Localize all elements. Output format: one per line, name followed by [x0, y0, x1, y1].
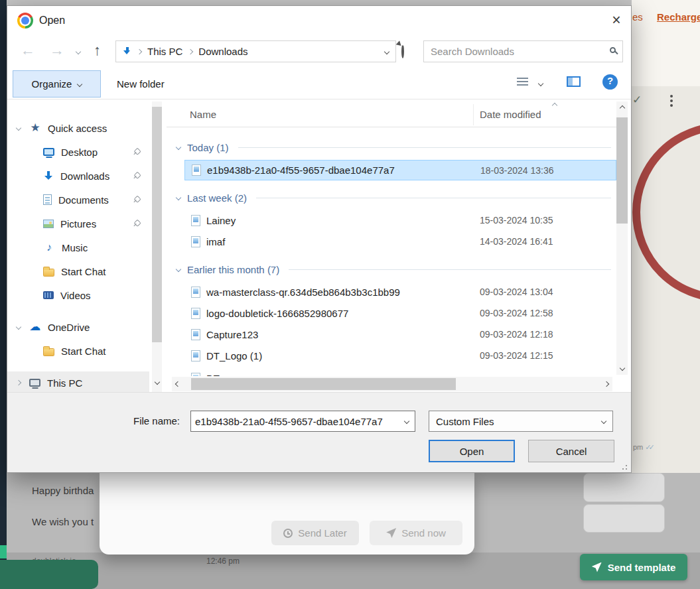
forward-icon[interactable]: →: [50, 42, 64, 59]
sidebar-scrollbar[interactable]: [152, 101, 162, 392]
file-row[interactable]: imaf14-03-2024 16:41: [184, 231, 616, 252]
address-dropdown-icon[interactable]: [384, 48, 389, 54]
breadcrumb-separator-icon: [137, 48, 142, 54]
send-now-button[interactable]: Send now: [370, 521, 462, 545]
scroll-left-button[interactable]: [172, 377, 184, 391]
address-bar[interactable]: This PC Downloads: [115, 40, 396, 62]
list-vertical-scrollbar[interactable]: [616, 101, 628, 375]
file-name-input[interactable]: [191, 416, 399, 427]
sidebar-item-label: Desktop: [61, 147, 98, 158]
sidebar-item-onedrive[interactable]: ☁OneDrive: [7, 316, 149, 338]
up-icon[interactable]: ↑: [94, 42, 101, 59]
list-horizontal-scrollbar[interactable]: [172, 377, 612, 391]
close-icon[interactable]: ×: [604, 10, 628, 30]
scroll-down-button[interactable]: [616, 361, 628, 375]
scrollbar-thumb[interactable]: [616, 117, 628, 224]
sidebar-item-quick-access[interactable]: ★Quick access: [7, 117, 149, 139]
file-row[interactable]: e1b9438b-21a0-4f55-9657-dbae104e77a718-0…: [184, 160, 616, 180]
pin-icon: [131, 170, 142, 182]
search-input[interactable]: [431, 46, 604, 57]
sidebar-item-start-chat[interactable]: Start Chat: [7, 260, 149, 283]
sidebar-item-music[interactable]: ♪Music: [7, 236, 149, 259]
file-icon: [192, 164, 201, 176]
truncated-topbar-text: es: [632, 11, 643, 23]
breadcrumb-this-pc[interactable]: This PC: [147, 46, 182, 57]
sidebar-item-desktop[interactable]: Desktop: [7, 141, 149, 163]
preview-pane-icon[interactable]: [567, 76, 581, 87]
group-label: Last week (2): [187, 192, 247, 204]
group-header[interactable]: Today (1): [176, 137, 611, 157]
organize-button[interactable]: Organize: [13, 70, 101, 98]
view-dropdown-icon[interactable]: [538, 81, 543, 86]
sidebar-item-videos[interactable]: Videos: [7, 284, 149, 306]
change-view-icon[interactable]: [517, 78, 528, 86]
file-type-select[interactable]: Custom Files: [429, 411, 613, 432]
sidebar-item-start-chat[interactable]: Start Chat: [7, 340, 149, 362]
file-name-combobox[interactable]: [190, 411, 415, 432]
cancel-button[interactable]: Cancel: [528, 440, 614, 462]
column-header-name[interactable]: Name: [190, 109, 216, 120]
back-icon[interactable]: ←: [21, 42, 35, 59]
file-date-modified: 09-03-2024 12:58: [480, 308, 553, 318]
open-file-dialog: Open × ← → ↑ This PC Downloads Organize …: [7, 5, 632, 473]
scrollbar-thumb[interactable]: [152, 107, 162, 342]
header-underline: [167, 127, 616, 127]
file-row[interactable]: wa-masterclass-qr.634d5eb864b3b3c1bb9909…: [184, 282, 616, 302]
search-box[interactable]: [423, 40, 623, 62]
history-dropdown-icon[interactable]: [76, 49, 81, 54]
group-collapse-chevron-icon[interactable]: [176, 195, 181, 200]
refresh-icon[interactable]: [401, 46, 413, 58]
send-template-label: Send template: [608, 562, 676, 573]
send-later-button[interactable]: Send Later: [271, 521, 359, 545]
group-collapse-chevron-icon[interactable]: [176, 267, 181, 272]
send-template-button[interactable]: Send template: [580, 554, 687, 580]
sidebar-item-this-pc[interactable]: This PC: [7, 371, 149, 392]
breadcrumb-downloads[interactable]: Downloads: [198, 46, 247, 57]
scroll-down-button[interactable]: [152, 373, 162, 391]
kebab-menu-icon[interactable]: [670, 95, 673, 98]
resize-grip[interactable]: [619, 462, 627, 470]
file-row[interactable]: logo-doubletick-166685298067709-03-2024 …: [184, 303, 616, 324]
sidebar-item-downloads[interactable]: Downloads: [7, 164, 149, 187]
new-chat-button-fragment[interactable]: [0, 560, 98, 589]
group-collapse-chevron-icon[interactable]: [176, 145, 181, 150]
scroll-up-button[interactable]: [616, 101, 628, 115]
sidebar-item-label: Start Chat: [61, 346, 106, 357]
help-icon[interactable]: [602, 74, 618, 90]
organize-label: Organize: [32, 78, 72, 90]
template-quick-reply-button[interactable]: [583, 473, 665, 502]
tree-expanded-chevron-icon[interactable]: [16, 324, 21, 330]
group-header[interactable]: Last week (2): [176, 188, 611, 208]
file-date-modified: 09-03-2024 12:15: [480, 350, 553, 361]
downloads-folder-icon: [123, 47, 131, 56]
file-row[interactable]: DT_Logo (1)09-03-2024 12:15: [184, 346, 616, 366]
sidebar-item-pictures[interactable]: Pictures: [7, 212, 149, 235]
file-row[interactable]: DT: [184, 368, 616, 376]
file-name: DT: [206, 373, 220, 376]
file-row[interactable]: Capture12309-03-2024 12:18: [184, 324, 616, 345]
sidebar-item-documents[interactable]: Documents: [7, 188, 149, 211]
template-quick-reply-button[interactable]: [583, 504, 665, 533]
send-later-label: Send Later: [298, 527, 346, 539]
search-icon[interactable]: [610, 47, 616, 53]
pin-icon: [131, 147, 142, 158]
music-icon: ♪: [43, 241, 55, 253]
file-icon: [191, 329, 200, 340]
scrollbar-thumb[interactable]: [191, 378, 456, 390]
file-name: logo-doubletick-1666852980677: [206, 308, 348, 319]
new-folder-button[interactable]: New folder: [117, 70, 165, 98]
file-icon: [191, 373, 200, 376]
open-button[interactable]: Open: [429, 440, 515, 462]
column-header-date[interactable]: Date modified: [480, 109, 541, 120]
scroll-right-button[interactable]: [600, 377, 612, 391]
sidebar-item-label: OneDrive: [48, 322, 90, 333]
recharge-link[interactable]: Recharge: [657, 11, 700, 23]
message-preview-line: We wish you t: [32, 516, 100, 527]
tree-expanded-chevron-icon[interactable]: [16, 125, 21, 131]
tree-collapsed-chevron-icon[interactable]: [16, 380, 21, 385]
group-header[interactable]: Earlier this month (7): [176, 259, 611, 279]
file-name-dropdown-icon[interactable]: [399, 419, 415, 423]
timestamp-text: pm: [633, 443, 643, 451]
file-row[interactable]: Lainey15-03-2024 10:35: [184, 210, 616, 231]
file-date-modified: 09-03-2024 12:18: [480, 329, 553, 340]
